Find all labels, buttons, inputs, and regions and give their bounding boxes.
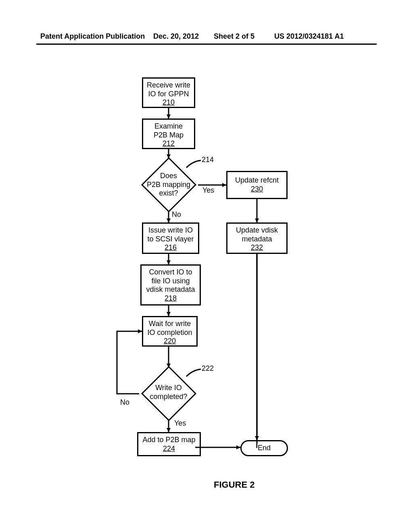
header-pubno: US 2012/0324181 A1 <box>274 32 344 41</box>
step-add-to-p2b-map: Add to P2B map 224 <box>137 432 201 456</box>
decision-line: P2B mapping <box>142 181 195 189</box>
step-examine-p2b-map: Examine P2B Map 212 <box>142 118 195 149</box>
header-date: Dec. 20, 2012 <box>153 32 199 41</box>
step-text: Receive write <box>143 81 194 90</box>
step-ref: 218 <box>142 294 200 303</box>
step-text: IO for GPPN <box>143 90 194 99</box>
decision-text: Does P2B mapping exist? <box>142 172 195 198</box>
step-ref: 212 <box>143 139 194 148</box>
step-ref: 224 <box>138 445 200 453</box>
step-ref: 232 <box>227 243 286 252</box>
decision-line: Write IO <box>142 384 195 393</box>
step-text: vdisk metadata <box>142 285 200 294</box>
connectors <box>0 0 413 532</box>
decision-line: completed? <box>142 393 195 401</box>
step-text: Add to P2B map <box>138 436 200 445</box>
header-sheet: Sheet 2 of 5 <box>214 32 254 41</box>
figure-caption: FIGURE 2 <box>214 480 254 490</box>
edge-label-yes-2: Yes <box>174 419 186 428</box>
step-ref: 210 <box>143 98 194 107</box>
step-text: Update refcnt <box>227 176 286 185</box>
step-update-refcnt: Update refcnt 230 <box>226 171 288 199</box>
step-text: Examine <box>143 122 194 131</box>
edge-label-no: No <box>172 210 181 219</box>
step-text: metadata <box>227 235 286 244</box>
decision-line: Does <box>142 172 195 181</box>
step-text: IO completion <box>143 328 196 337</box>
header-rule <box>36 44 377 45</box>
step-issue-write-io: Issue write IO to SCSI vlayer 216 <box>142 222 199 254</box>
page: Patent Application Publication Dec. 20, … <box>0 0 413 532</box>
step-ref: 230 <box>227 185 286 194</box>
header-left: Patent Application Publication <box>40 32 145 41</box>
edge-label-no-2: No <box>120 398 129 407</box>
step-text: Wait for write <box>143 320 196 328</box>
step-convert-io: Convert IO to file IO using vdisk metada… <box>140 264 201 305</box>
terminator-label: End <box>258 444 271 452</box>
step-text: to SCSI vlayer <box>143 235 198 244</box>
page-header: Patent Application Publication Dec. 20, … <box>0 32 413 44</box>
step-receive-write-io: Receive write IO for GPPN 210 <box>142 77 195 108</box>
step-text: Update vdisk <box>227 226 286 235</box>
edge-label-yes: Yes <box>202 186 214 195</box>
callout-222: 222 <box>202 364 214 373</box>
step-ref: 220 <box>143 337 196 346</box>
step-update-vdisk-metadata: Update vdisk metadata 232 <box>226 222 288 254</box>
step-text: P2B Map <box>143 131 194 140</box>
step-wait-write-io: Wait for write IO completion 220 <box>142 316 198 347</box>
decision-text: Write IO completed? <box>142 384 195 401</box>
terminator-end: End <box>240 440 288 456</box>
step-ref: 216 <box>143 243 198 252</box>
step-text: file IO using <box>142 277 200 286</box>
callout-214: 214 <box>202 156 214 164</box>
decision-line: exist? <box>142 189 195 198</box>
step-text: Convert IO to <box>142 268 200 277</box>
step-text: Issue write IO <box>143 226 198 235</box>
